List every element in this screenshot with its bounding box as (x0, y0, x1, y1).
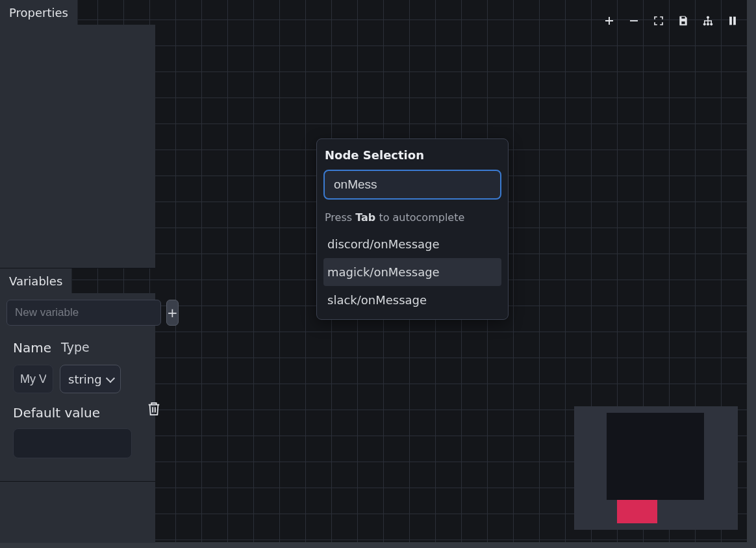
canvas-toolbar (603, 14, 739, 27)
node-search-input[interactable] (323, 170, 501, 200)
trash-icon[interactable] (147, 400, 161, 417)
variables-tab[interactable]: Variables (0, 268, 72, 293)
svg-rect-7 (734, 17, 736, 25)
bottom-strip (0, 542, 756, 548)
save-button[interactable] (677, 14, 690, 27)
properties-panel (0, 25, 155, 268)
svg-point-4 (707, 23, 709, 25)
var-name-header: Name (13, 340, 53, 356)
svg-point-3 (703, 23, 705, 25)
var-type-header: Type (61, 340, 90, 356)
svg-rect-6 (730, 17, 732, 25)
minimap-handle[interactable] (617, 500, 657, 523)
add-button[interactable] (603, 14, 616, 27)
left-column: Properties Variables + Name Type string (0, 0, 155, 543)
svg-rect-0 (681, 16, 685, 19)
default-value-label: Default value (0, 393, 155, 424)
minimap[interactable] (574, 406, 738, 530)
variable-type-select[interactable]: string (60, 365, 121, 393)
node-list: discord/onMessage magick/onMessage slack… (323, 230, 501, 314)
default-value-input[interactable] (13, 428, 132, 458)
node-selection-popup: Node Selection Press Tab to autocomplete… (316, 138, 509, 320)
node-item[interactable]: magick/onMessage (323, 258, 501, 286)
variables-panel: + Name Type string Default value (0, 293, 155, 543)
right-scroll-strip (747, 0, 756, 548)
fullscreen-button[interactable] (652, 14, 665, 27)
autocomplete-hint: Press Tab to autocomplete (323, 200, 501, 230)
add-variable-button[interactable]: + (166, 300, 179, 326)
properties-tabbar: Properties (0, 0, 155, 25)
node-item[interactable]: discord/onMessage (323, 230, 501, 258)
node-popup-title: Node Selection (323, 147, 501, 170)
hint-suffix: to autocomplete (375, 211, 464, 224)
hint-prefix: Press (325, 211, 355, 224)
hierarchy-button[interactable] (701, 14, 714, 27)
chevron-down-icon (106, 373, 115, 382)
pause-button[interactable] (726, 14, 739, 27)
variables-footer (0, 482, 155, 543)
minimap-viewport (607, 413, 704, 500)
hint-key: Tab (355, 211, 375, 224)
remove-button[interactable] (627, 14, 640, 27)
svg-point-5 (711, 23, 712, 25)
variable-name-input[interactable] (13, 365, 53, 393)
svg-rect-1 (681, 21, 685, 25)
svg-point-2 (707, 16, 709, 18)
new-variable-input[interactable] (6, 300, 161, 326)
variables-tabbar: Variables (0, 268, 155, 293)
properties-tab[interactable]: Properties (0, 0, 78, 25)
node-item[interactable]: slack/onMessage (323, 286, 501, 314)
variable-type-value: string (68, 372, 102, 386)
